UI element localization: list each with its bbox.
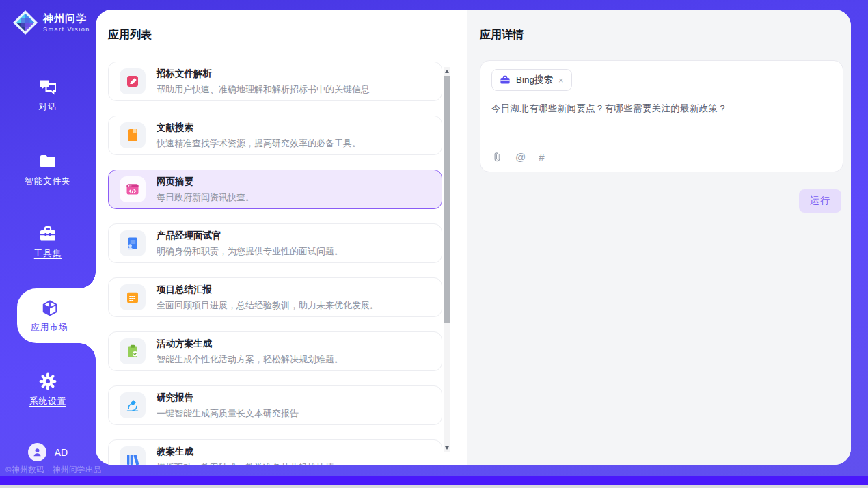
brand-logo: 神州问学 Smart Vision bbox=[12, 10, 90, 36]
app-list-panel: 应用列表 招标文件解析帮助用户快速、准确地理解和解析招标书中的关键信息文献搜索快… bbox=[96, 10, 467, 465]
brand-subtitle: Smart Vision bbox=[43, 26, 90, 33]
app-list: 招标文件解析帮助用户快速、准确地理解和解析招标书中的关键信息文献搜索快速精准查找… bbox=[108, 62, 442, 465]
gear-icon bbox=[38, 372, 57, 391]
sidebar-item-label: 对话 bbox=[39, 101, 57, 113]
sidebar-item-label: 应用市场 bbox=[31, 322, 68, 334]
scrollbar[interactable] bbox=[444, 67, 450, 452]
app-card-description: 智能生成个性化活动方案，轻松解决规划难题。 bbox=[157, 353, 343, 366]
sidebar-item-label: 智能文件夹 bbox=[25, 176, 71, 187]
plan-check-icon bbox=[120, 338, 146, 364]
app-card-网页摘要[interactable]: 网页摘要每日政府新闻资讯快查。 bbox=[108, 170, 442, 209]
app-card-产品经理面试官[interactable]: 产品经理面试官明确身份和职责，为您提供专业性的面试问题。 bbox=[108, 223, 442, 263]
summary-icon bbox=[120, 284, 146, 310]
interview-icon bbox=[120, 230, 146, 256]
diamond-logo-icon bbox=[12, 10, 38, 36]
paperclip-icon[interactable] bbox=[492, 152, 502, 163]
content-panel: 应用列表 招标文件解析帮助用户快速、准确地理解和解析招标书中的关键信息文献搜索快… bbox=[96, 10, 851, 465]
app-card-description: 帮助用户快速、准确地理解和解析招标书中的关键信息 bbox=[157, 83, 370, 96]
scrollbar-thumb[interactable] bbox=[444, 76, 450, 323]
run-button[interactable]: 运行 bbox=[799, 189, 841, 213]
app-card-title: 网页摘要 bbox=[157, 176, 254, 188]
app-card-文献搜索[interactable]: 文献搜索快速精准查找学术资源，提高研究效率的必备工具。 bbox=[108, 116, 442, 155]
run-row: 运行 bbox=[480, 189, 843, 213]
prompt-card[interactable]: Bing搜索 × 今日湖北有哪些新闻要点？有哪些需要关注的最新政策？ @# bbox=[480, 60, 843, 172]
app-card-description: 全面回顾项目进展，总结经验教训，助力未来优化发展。 bbox=[157, 299, 379, 312]
book-icon bbox=[120, 122, 146, 148]
user-profile[interactable]: AD bbox=[0, 443, 96, 461]
app-card-研究报告[interactable]: 研究报告一键智能生成高质量长文本研究报告 bbox=[108, 385, 442, 425]
app-card-title: 项目总结汇报 bbox=[157, 284, 379, 296]
app-card-title: 产品经理面试官 bbox=[157, 230, 343, 242]
app-card-title: 招标文件解析 bbox=[157, 68, 370, 80]
bottom-edge bbox=[0, 485, 868, 488]
sidebar: 神州问学 Smart Vision 对话智能文件夹工具集应用市场系统设置 AD … bbox=[0, 0, 96, 476]
sidebar-item-系统设置[interactable]: 系统设置 bbox=[0, 372, 96, 407]
app-card-description: 一键智能生成高质量长文本研究报告 bbox=[157, 407, 299, 420]
chat-icon bbox=[38, 77, 57, 96]
app-card-教案生成[interactable]: 教案生成模板驱动，教案秒成，教学准备从此轻松快捷 bbox=[108, 439, 442, 465]
sidebar-item-智能文件夹[interactable]: 智能文件夹 bbox=[0, 152, 96, 187]
tool-tag-bing-search[interactable]: Bing搜索 × bbox=[491, 69, 572, 91]
microscope-icon bbox=[120, 392, 146, 418]
at-icon[interactable]: @ bbox=[515, 151, 526, 163]
bottom-bar bbox=[0, 476, 868, 485]
folder-icon bbox=[38, 152, 57, 171]
app-card-description: 模板驱动，教案秒成，教学准备从此轻松快捷 bbox=[157, 461, 334, 465]
scrollbar-down-arrow-icon[interactable] bbox=[444, 444, 450, 452]
app-card-title: 研究报告 bbox=[157, 392, 299, 404]
attachment-toolbar: @# bbox=[492, 151, 545, 163]
close-icon[interactable]: × bbox=[558, 76, 564, 85]
person-icon bbox=[31, 446, 43, 458]
app-card-招标文件解析[interactable]: 招标文件解析帮助用户快速、准确地理解和解析招标书中的关键信息 bbox=[108, 62, 442, 101]
sidebar-item-对话[interactable]: 对话 bbox=[0, 77, 96, 113]
sidebar-item-应用市场[interactable]: 应用市场 bbox=[17, 288, 96, 343]
app-card-title: 活动方案生成 bbox=[157, 338, 343, 350]
sidebar-item-工具集[interactable]: 工具集 bbox=[0, 224, 96, 260]
tool-tag-label: Bing搜索 bbox=[516, 74, 553, 86]
app-detail-panel: 应用详情 Bing搜索 × 今日湖北有哪些新闻要点？有哪些需要关注的最新政策？ … bbox=[467, 10, 851, 465]
brand-name: 神州问学 bbox=[43, 12, 90, 25]
hash-icon[interactable]: # bbox=[539, 151, 544, 163]
books-icon bbox=[120, 446, 146, 465]
avatar bbox=[28, 443, 46, 461]
app-card-项目总结汇报[interactable]: 项目总结汇报全面回顾项目进展，总结经验教训，助力未来优化发展。 bbox=[108, 277, 442, 317]
app-window: 神州问学 Smart Vision 对话智能文件夹工具集应用市场系统设置 AD … bbox=[0, 0, 868, 476]
app-card-description: 每日政府新闻资讯快查。 bbox=[157, 191, 254, 204]
copyright: ©神州数码 · 神州问学出品 bbox=[5, 465, 102, 475]
sidebar-item-label: 系统设置 bbox=[29, 396, 66, 407]
user-initials: AD bbox=[55, 447, 68, 458]
cube-icon bbox=[40, 299, 59, 318]
browser-code-icon bbox=[120, 176, 146, 202]
app-card-title: 文献搜索 bbox=[157, 122, 361, 134]
app-detail-title: 应用详情 bbox=[480, 28, 843, 42]
doc-edit-icon bbox=[120, 68, 146, 94]
prompt-text[interactable]: 今日湖北有哪些新闻要点？有哪些需要关注的最新政策？ bbox=[491, 103, 832, 115]
scrollbar-up-arrow-icon[interactable] bbox=[444, 67, 450, 75]
briefcase-icon bbox=[500, 74, 511, 85]
sidebar-item-label: 工具集 bbox=[34, 248, 62, 260]
app-card-description: 快速精准查找学术资源，提高研究效率的必备工具。 bbox=[157, 137, 361, 150]
toolbox-icon bbox=[38, 224, 57, 243]
app-list-title: 应用列表 bbox=[108, 28, 467, 42]
app-card-title: 教案生成 bbox=[157, 446, 334, 458]
app-card-活动方案生成[interactable]: 活动方案生成智能生成个性化活动方案，轻松解决规划难题。 bbox=[108, 331, 442, 371]
app-card-description: 明确身份和职责，为您提供专业性的面试问题。 bbox=[157, 245, 343, 258]
